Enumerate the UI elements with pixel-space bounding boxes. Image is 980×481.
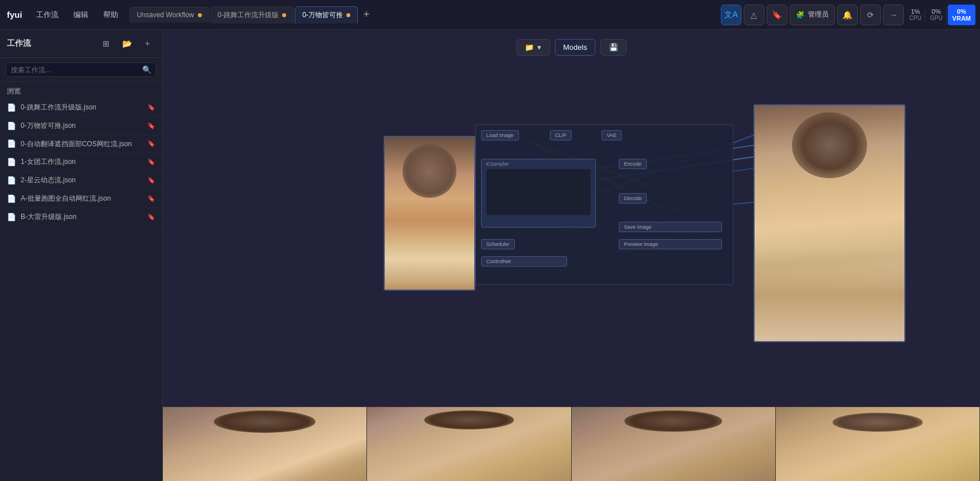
file-name: 0-万物皆可推.json: [21, 121, 143, 131]
bookmark-icon: 🔖: [772, 10, 782, 19]
file-icon: 📄: [7, 103, 16, 112]
tab-wanwu[interactable]: 0-万物皆可推: [295, 6, 358, 24]
thumbnail-2[interactable]: [367, 407, 571, 481]
bookmark-icon[interactable]: 🔖: [147, 122, 155, 130]
folder-dropdown-icon: ▾: [537, 43, 541, 52]
sidebar-title: 工作流: [7, 38, 31, 49]
file-name: 2-星云幼态流.json: [21, 175, 143, 185]
cpu-label: CPU: [909, 15, 922, 21]
list-item[interactable]: 📄 0-万物皆可推.json 🔖: [0, 117, 162, 135]
graph-node[interactable]: Save Image: [619, 222, 722, 232]
menu-workflow[interactable]: 工作流: [29, 6, 65, 24]
bookmark-icon[interactable]: 🔖: [147, 158, 155, 166]
graph-node[interactable]: Encode: [619, 159, 647, 169]
list-item[interactable]: 📄 2-星云幼态流.json 🔖: [0, 171, 162, 190]
thumbnail-image-3: [572, 407, 775, 481]
tab-add-button[interactable]: +: [359, 6, 374, 23]
add-workflow-button[interactable]: ＋: [139, 36, 155, 52]
sidebar-header-icons: ⊞ 📂 ＋: [98, 36, 155, 52]
triangle-icon: △: [751, 10, 757, 19]
tab-bar: Unsaved Workflow 0-跳舞工作流升级版 0-万物皆可推 +: [125, 6, 716, 24]
bookmark-icon[interactable]: 🔖: [147, 140, 155, 147]
search-input[interactable]: [11, 66, 139, 74]
vram-button[interactable]: 0% VRAM: [948, 5, 975, 25]
folder-icon: 📁: [525, 43, 534, 52]
tab-dance[interactable]: 0-跳舞工作流升级版: [210, 6, 294, 24]
manager-label: 管理员: [808, 10, 829, 19]
folder-open-button[interactable]: 📂: [119, 36, 135, 52]
graph-node[interactable]: VAE: [602, 130, 622, 140]
tab-label: Unsaved Workflow: [137, 11, 194, 19]
sidebar: 工作流 ⊞ 📂 ＋ 🔍 浏览 📄 0-跳舞工作流升级版.json 🔖 📄 0: [0, 30, 163, 481]
list-item[interactable]: 📄 0-跳舞工作流升级版.json 🔖: [0, 99, 162, 117]
navbar: fyui 工作流 编辑 帮助 Unsaved Workflow 0-跳舞工作流升…: [0, 0, 980, 30]
list-item[interactable]: 📄 1-女团工作流.json 🔖: [0, 153, 162, 171]
save-button[interactable]: 💾: [600, 39, 627, 56]
file-name: 0-跳舞工作流升级版.json: [21, 103, 143, 112]
folder-button[interactable]: 📁 ▾: [516, 39, 550, 56]
menu-edit[interactable]: 编辑: [67, 6, 95, 24]
file-list: 📄 0-跳舞工作流升级版.json 🔖 📄 0-万物皆可推.json 🔖 📄 0…: [0, 99, 162, 481]
file-icon: 📄: [7, 139, 16, 148]
tab-dot: [346, 13, 350, 17]
browse-label: 浏览: [0, 82, 162, 99]
bookmark-icon[interactable]: 🔖: [147, 213, 155, 221]
file-name: 1-女团工作流.json: [21, 157, 143, 167]
person-image-left: [385, 137, 474, 290]
nav-menu: 工作流 编辑 帮助: [29, 6, 125, 24]
vram-percent: 0%: [957, 8, 966, 15]
list-item[interactable]: 📄 0-自动翻译遮挡面部COS网红流.json 🔖: [0, 135, 162, 154]
node-graph[interactable]: Load Image CLIP VAE KSampler Scheduler C…: [475, 124, 733, 285]
triangle-button[interactable]: △: [744, 5, 764, 25]
list-item[interactable]: 📄 B-大雷升级版.json 🔖: [0, 208, 162, 226]
bookmark-icon[interactable]: 🔖: [147, 104, 155, 111]
thumbnail-4[interactable]: [776, 407, 980, 481]
bookmark-icon[interactable]: 🔖: [147, 177, 155, 184]
grid-view-button[interactable]: ⊞: [98, 36, 114, 52]
tab-label: 0-万物皆可推: [302, 10, 343, 20]
list-item[interactable]: 📄 A-批量跑图全自动网红流.json 🔖: [0, 190, 162, 208]
graph-node[interactable]: Load Image: [481, 130, 519, 140]
bookmark-icon[interactable]: 🔖: [147, 195, 155, 202]
file-name: A-批量跑图全自动网红流.json: [21, 194, 143, 204]
perf-bar: 1% CPU 0% GPU 0% VRAM: [906, 5, 975, 25]
models-button[interactable]: Models: [555, 39, 596, 56]
sync-button[interactable]: ⟳: [860, 5, 881, 25]
bell-icon: 🔔: [842, 10, 852, 19]
file-icon: 📄: [7, 158, 16, 166]
main-area: 工作流 ⊞ 📂 ＋ 🔍 浏览 📄 0-跳舞工作流升级版.json 🔖 📄 0: [0, 30, 980, 481]
graph-node[interactable]: CLIP: [550, 130, 572, 140]
manager-button[interactable]: 🧩 管理员: [790, 5, 835, 25]
translate-button[interactable]: 文A: [721, 5, 741, 25]
tab-dot: [198, 13, 202, 17]
canvas-toolbar: 📁 ▾ Models 💾: [516, 39, 627, 56]
tab-unsaved[interactable]: Unsaved Workflow: [130, 7, 209, 22]
search-icon: 🔍: [142, 65, 151, 74]
gpu-value: 0%: [932, 8, 941, 15]
cpu-value: 1%: [911, 8, 920, 15]
person-image-right: [755, 105, 904, 341]
thumbnail-1[interactable]: [163, 407, 367, 481]
graph-node-large[interactable]: KSampler: [481, 159, 596, 228]
canvas-area[interactable]: 📁 ▾ Models 💾: [163, 30, 980, 481]
file-icon: 📄: [7, 213, 16, 221]
bookmark-button[interactable]: 🔖: [767, 5, 787, 25]
graph-node[interactable]: Preview Image: [619, 239, 722, 249]
thumbnail-image-1: [163, 407, 366, 481]
gpu-perf: 0% GPU: [927, 7, 947, 22]
image-panel-right: [753, 104, 905, 342]
arrow-button[interactable]: →: [883, 5, 904, 25]
file-name: B-大雷升级版.json: [21, 212, 143, 222]
bottom-thumbnail-strip: [163, 406, 980, 481]
search-input-wrap: 🔍: [6, 62, 157, 77]
bell-button[interactable]: 🔔: [837, 5, 858, 25]
tab-dot: [282, 13, 286, 17]
file-icon: 📄: [7, 176, 16, 185]
gpu-label: GPU: [930, 15, 943, 21]
graph-node[interactable]: ControlNet: [481, 256, 567, 267]
graph-node[interactable]: Scheduler: [481, 239, 515, 249]
thumbnail-3[interactable]: [572, 407, 776, 481]
menu-help[interactable]: 帮助: [96, 6, 125, 24]
file-name: 0-自动翻译遮挡面部COS网红流.json: [21, 139, 143, 149]
graph-node[interactable]: Decode: [619, 193, 647, 204]
